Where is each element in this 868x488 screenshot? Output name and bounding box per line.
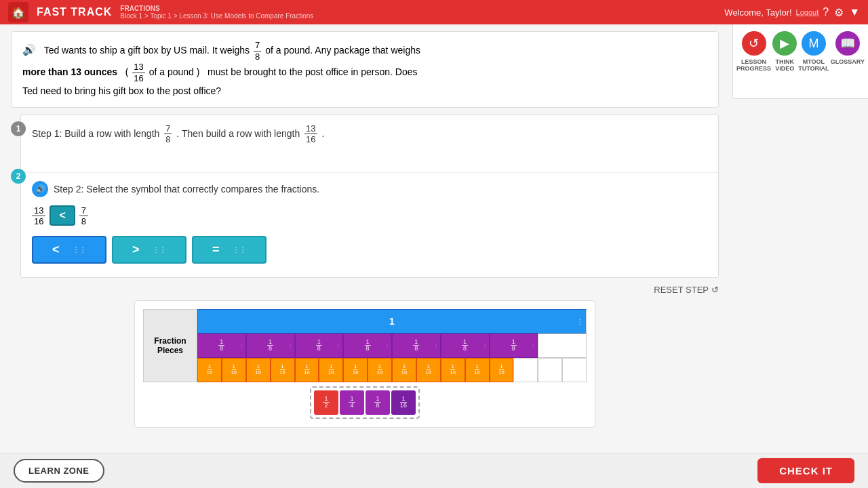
fp-16-10[interactable]: 116 (416, 358, 441, 382)
tray-sixteenth-piece[interactable]: 116 (391, 390, 416, 415)
left-fraction: 13 16 (32, 205, 45, 226)
problem-area: 🔊 Ted wants to ship a gift box by US mai… (11, 31, 719, 108)
greater-than-button[interactable]: > ⋮⋮ (112, 236, 186, 264)
fraction-7-8: 7 8 (254, 40, 261, 62)
step1-frac1-den: 8 (164, 134, 172, 145)
step2-text: Step 2: Select the symbol that correctly… (54, 184, 319, 195)
step1-frac2-den: 16 (304, 134, 317, 145)
reset-step-row[interactable]: RESET STEP ↺ (11, 285, 719, 295)
help-icon[interactable]: ? (823, 6, 829, 18)
fp-16-4[interactable]: 116 (271, 358, 295, 382)
step2-speaker-icon[interactable]: 🔊 (32, 181, 48, 197)
step1-frac1-num: 7 (164, 123, 172, 135)
fp-16-e3 (562, 358, 587, 382)
fp-bottom-tray: 12 14 18 116 (143, 386, 587, 419)
drag-dots-2: ⋮⋮ (153, 246, 166, 253)
step1-circle: 1 (11, 121, 26, 136)
chevron-down-icon[interactable]: ▼ (849, 6, 860, 18)
fp-eighth-5[interactable]: 18⋮ (392, 333, 441, 358)
right-frac-den: 8 (79, 216, 88, 226)
fp-eighth-4[interactable]: 18⋮ (343, 333, 392, 358)
header-icons: ? ⚙ ▼ (823, 6, 860, 19)
tray-half-piece[interactable]: 12 (314, 390, 338, 415)
less-than-button[interactable]: < ⋮⋮ (32, 236, 106, 264)
logout-link[interactable]: Logout (796, 8, 819, 16)
fp-eighth-1[interactable]: 18⋮ (197, 333, 246, 358)
fp-16-e1 (513, 358, 538, 382)
left-frac-num: 13 (32, 205, 45, 216)
breadcrumb-bottom: Block 1 > Topic 1 > Lesson 3: Use Models… (120, 12, 313, 20)
fraction-pieces-area: FractionPieces 1 ⋮ 18⋮ 18⋮ 18⋮ 18⋮ 18⋮ (134, 300, 595, 428)
settings-icon[interactable]: ⚙ (834, 6, 844, 19)
app-title: FAST TRACK (37, 6, 112, 18)
equals-button[interactable]: = ⋮⋮ (192, 236, 267, 264)
fp-16-6[interactable]: 116 (319, 358, 343, 382)
bottom-bar: LEARN ZONE CHECK IT (0, 453, 868, 488)
selected-symbol[interactable]: < (50, 205, 75, 226)
header: 🏠 FAST TRACK FRACTIONS Block 1 > Topic 1… (0, 0, 868, 24)
fp-16-2[interactable]: 116 (222, 358, 246, 382)
fp-16-12[interactable]: 116 (465, 358, 490, 382)
fp-eighth-empty (538, 333, 587, 358)
header-right: Welcome, Taylor! Logout ? ⚙ ▼ (724, 6, 860, 19)
check-it-button[interactable]: CHECK IT (757, 458, 854, 483)
fp-16-7[interactable]: 116 (343, 358, 368, 382)
fp-eighth-2[interactable]: 18⋮ (246, 333, 295, 358)
fp-eighth-6[interactable]: 18⋮ (441, 333, 490, 358)
left-frac-den: 16 (32, 216, 45, 226)
step1-text-part3: . (321, 128, 324, 139)
frac2-numerator: 13 (132, 62, 144, 73)
fp-16-11[interactable]: 116 (441, 358, 465, 382)
fp-eighths-row: 18⋮ 18⋮ 18⋮ 18⋮ 18⋮ 18⋮ 18⋮ (197, 333, 587, 358)
frac1-numerator: 7 (254, 40, 261, 52)
fp-16-13[interactable]: 116 (490, 358, 514, 382)
greater-than-label: > (132, 243, 140, 257)
step1-box: Step 1: Build a row with length 7 8 . Th… (20, 115, 719, 172)
step2-circle: 2 (11, 169, 26, 184)
breadcrumb-top: FRACTIONS (120, 5, 313, 12)
frac1-denominator: 8 (254, 52, 261, 62)
right-frac-num: 7 (79, 205, 88, 216)
fp-16-1[interactable]: 116 (197, 358, 222, 382)
main-area: 🔊 Ted wants to ship a gift box by US mai… (0, 24, 868, 453)
fp-16-8[interactable]: 116 (368, 358, 392, 382)
fp-16-e2 (538, 358, 562, 382)
less-than-label: < (52, 243, 60, 257)
tray-quarter-piece[interactable]: 14 (340, 390, 364, 415)
paren-open: ( (125, 66, 129, 77)
learn-zone-button[interactable]: LEARN ZONE (14, 459, 104, 483)
speaker-icon[interactable]: 🔊 (22, 41, 36, 59)
drag-dots-1: ⋮⋮ (73, 246, 86, 253)
reset-icon: ↺ (711, 285, 719, 295)
drag-dots-3: ⋮⋮ (233, 246, 246, 253)
step1-text-part2: . Then build a row with length (176, 128, 300, 139)
frac2-denominator: 16 (132, 73, 144, 84)
tray-eighth-piece[interactable]: 18 (366, 390, 390, 415)
step2-box: 🔊 Step 2: Select the symbol that correct… (20, 172, 719, 278)
problem-text-4: of a pound ) (149, 66, 200, 77)
welcome-text: Welcome, Taylor! (724, 7, 791, 18)
step2-header: 🔊 Step 2: Select the symbol that correct… (32, 181, 707, 197)
fp-inner: FractionPieces 1 ⋮ 18⋮ 18⋮ 18⋮ 18⋮ 18⋮ (143, 309, 587, 382)
fp-whole-row[interactable]: 1 ⋮ (197, 309, 587, 333)
equals-label: = (212, 243, 220, 257)
fp-grid: 1 ⋮ 18⋮ 18⋮ 18⋮ 18⋮ 18⋮ 18⋮ 18⋮ (197, 309, 587, 382)
step1-frac1: 7 8 (164, 123, 172, 145)
problem-text-3: more than 13 ounces (22, 66, 117, 77)
comparison-row: 13 16 < 7 8 (32, 205, 707, 226)
fp-16-5[interactable]: 116 (295, 358, 319, 382)
symbols-tray: < ⋮⋮ > ⋮⋮ = ⋮⋮ (32, 236, 707, 264)
problem-text-5: must be brought to the post office in pe… (208, 66, 417, 77)
fp-eighth-3[interactable]: 18⋮ (295, 333, 344, 358)
breadcrumb: FRACTIONS Block 1 > Topic 1 > Lesson 3: … (120, 5, 313, 20)
fp-eighth-7[interactable]: 18⋮ (490, 333, 538, 358)
fp-16-3[interactable]: 116 (246, 358, 271, 382)
problem-text-6: Ted need to bring his gift box to the po… (22, 85, 221, 96)
fp-tray-inner[interactable]: 12 14 18 116 (310, 386, 420, 419)
fraction-13-16: 13 16 (132, 62, 144, 83)
home-button[interactable]: 🏠 (8, 2, 28, 22)
fp-whole-label: 1 (389, 316, 395, 327)
fp-16-9[interactable]: 116 (392, 358, 416, 382)
fp-label: FractionPieces (143, 309, 197, 382)
step1-text-part1: Step 1: Build a row with length (32, 128, 159, 139)
